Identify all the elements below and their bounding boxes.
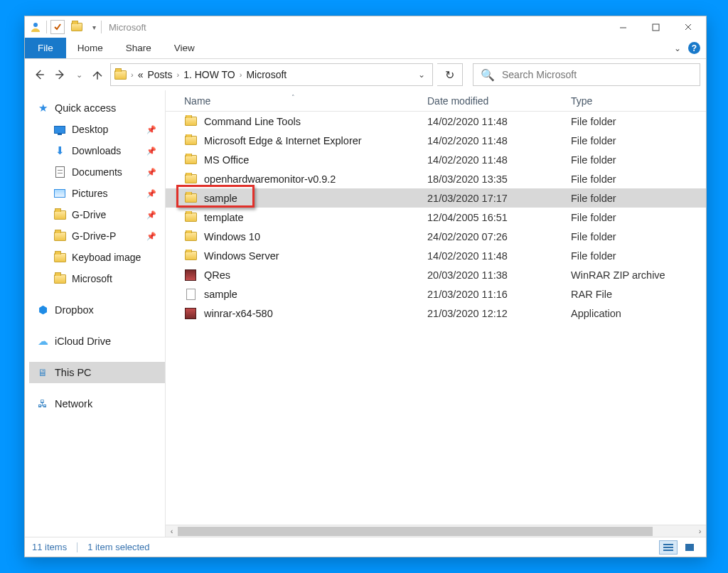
sort-asc-icon: ˄	[291, 94, 295, 101]
cloud-icon: ☁	[36, 335, 49, 348]
sidebar-item[interactable]: ⬇Downloads📌	[29, 140, 165, 161]
sidebar-item[interactable]: G-Drive-P📌	[29, 225, 165, 247]
refresh-button[interactable]: ↻	[437, 63, 463, 86]
scroll-right-icon[interactable]: ›	[694, 525, 706, 537]
dropbox-icon: ⬢	[36, 304, 49, 316]
breadcrumb[interactable]: 1. HOW TO	[183, 69, 235, 80]
address-dropdown-icon[interactable]: ⌄	[418, 70, 429, 80]
back-button[interactable]	[31, 65, 48, 85]
sidebar-item[interactable]: G-Drive📌	[29, 204, 165, 225]
table-row[interactable]: winrar-x64-58021/03/2020 12:12Applicatio…	[166, 304, 706, 323]
scroll-left-icon[interactable]: ‹	[166, 525, 178, 537]
sidebar-item-label: Microsoft	[72, 273, 112, 284]
table-row[interactable]: sample21/03/2020 17:17File folder	[166, 188, 706, 208]
recent-dropdown-icon[interactable]: ⌄	[73, 65, 85, 85]
table-row[interactable]: template12/04/2005 16:51File folder	[166, 208, 706, 227]
tab-view[interactable]: View	[163, 38, 206, 58]
scroll-track[interactable]	[178, 525, 694, 537]
forward-button[interactable]	[52, 65, 69, 85]
file-name: Windows 10	[204, 231, 260, 242]
sidebar-this-pc[interactable]: 🖥 This PC	[29, 362, 165, 383]
download-icon: ⬇	[53, 144, 66, 157]
address-bar[interactable]: › « Posts › 1. HOW TO › Microsoft ⌄	[110, 63, 433, 86]
sidebar-dropbox[interactable]: ⬢ Dropbox	[29, 299, 165, 321]
folder-icon	[53, 208, 66, 221]
sidebar-item-label: Desktop	[72, 124, 108, 135]
file-name: winrar-x64-580	[204, 308, 273, 319]
minimize-button[interactable]	[606, 16, 639, 38]
application-icon	[184, 307, 197, 320]
status-selected: 1 item selected	[87, 542, 149, 552]
table-row[interactable]: MS Office14/02/2020 11:48File folder	[166, 150, 706, 169]
file-tab[interactable]: File	[25, 38, 66, 58]
details-view-button[interactable]	[659, 540, 678, 555]
chevron-right-icon[interactable]: ›	[240, 70, 242, 79]
help-icon[interactable]: ?	[688, 42, 700, 54]
file-date: 21/03/2020 17:17	[420, 193, 564, 204]
sidebar-network[interactable]: 🖧 Network	[29, 393, 165, 414]
chevron-right-icon[interactable]: ›	[131, 70, 134, 79]
folder-icon[interactable]	[69, 19, 85, 35]
breadcrumb-overflow[interactable]: «	[138, 69, 144, 80]
sidebar-item[interactable]: Microsoft	[29, 268, 165, 289]
file-date: 21/03/2020 12:12	[420, 308, 564, 319]
ribbon: File Home Share View ⌄ ?	[25, 38, 706, 59]
folder-icon	[184, 230, 197, 243]
table-row[interactable]: Microsoft Edge & Internet Explorer14/02/…	[166, 131, 706, 150]
file-type: Application	[564, 308, 706, 319]
maximize-button[interactable]	[639, 16, 672, 38]
table-row[interactable]: openhardwaremonitor-v0.9.218/03/2020 13:…	[166, 169, 706, 188]
sidebar-item[interactable]: Desktop📌	[29, 119, 165, 140]
scroll-thumb[interactable]	[178, 527, 653, 536]
sidebar-quick-access[interactable]: ★ Quick access	[29, 97, 165, 119]
table-row[interactable]: Windows Server14/02/2020 11:48File folde…	[166, 246, 706, 265]
table-row[interactable]: QRes20/03/2020 11:38WinRAR ZIP archive	[166, 265, 706, 284]
table-row[interactable]: Windows 1024/02/2020 07:26File folder	[166, 227, 706, 246]
file-list: ˄ Name Date modified Type Command Line T…	[166, 90, 706, 537]
sidebar-label: Network	[55, 398, 92, 409]
ribbon-collapse-icon[interactable]: ⌄	[674, 43, 681, 53]
column-name[interactable]: ˄ Name	[166, 95, 420, 107]
sidebar-icloud[interactable]: ☁ iCloud Drive	[29, 331, 165, 352]
table-row[interactable]: Command Line Tools14/02/2020 11:48File f…	[166, 112, 706, 131]
tab-share[interactable]: Share	[114, 38, 163, 58]
user-icon[interactable]	[28, 20, 43, 34]
file-type: File folder	[564, 135, 706, 146]
file-name: Windows Server	[204, 250, 279, 262]
file-type: File folder	[564, 173, 706, 185]
file-type: File folder	[564, 116, 706, 127]
pin-icon: 📌	[146, 210, 156, 220]
sidebar-item-label: G-Drive-P	[72, 230, 116, 242]
qat-dropdown-icon[interactable]: ▾	[89, 19, 99, 35]
breadcrumb[interactable]: Posts	[147, 69, 172, 80]
properties-icon[interactable]	[50, 20, 65, 34]
sidebar: ★ Quick access Desktop📌⬇Downloads📌Docume…	[25, 90, 166, 537]
desktop-icon	[53, 123, 66, 136]
column-type[interactable]: Type	[564, 95, 692, 107]
search-input[interactable]	[500, 68, 692, 81]
folder-icon	[184, 154, 197, 166]
folder-icon	[53, 272, 66, 285]
search-box[interactable]: 🔍	[473, 63, 700, 86]
sidebar-item[interactable]: Documents📌	[29, 161, 165, 183]
up-button[interactable]	[89, 65, 106, 85]
file-date: 20/03/2020 11:38	[420, 269, 564, 281]
close-button[interactable]	[672, 16, 705, 38]
file-name: template	[204, 212, 244, 223]
chevron-right-icon[interactable]: ›	[176, 70, 179, 79]
file-name: Microsoft Edge & Internet Explorer	[204, 135, 362, 146]
divider	[46, 21, 47, 33]
table-row[interactable]: sample21/03/2020 11:16RAR File	[166, 284, 706, 304]
breadcrumb[interactable]: Microsoft	[246, 69, 287, 80]
sidebar-item[interactable]: Keyboad image	[29, 247, 165, 268]
thumbnails-view-button[interactable]	[680, 540, 699, 555]
tab-home[interactable]: Home	[66, 38, 114, 58]
folder-icon	[184, 250, 197, 262]
file-name: sample	[204, 289, 237, 300]
file-name: openhardwaremonitor-v0.9.2	[204, 173, 336, 185]
column-date[interactable]: Date modified	[420, 95, 564, 107]
sidebar-item[interactable]: Pictures📌	[29, 183, 165, 204]
file-date: 14/02/2020 11:48	[420, 154, 564, 166]
horizontal-scrollbar[interactable]: ‹ ›	[166, 525, 706, 537]
pin-icon: 📌	[146, 232, 156, 241]
